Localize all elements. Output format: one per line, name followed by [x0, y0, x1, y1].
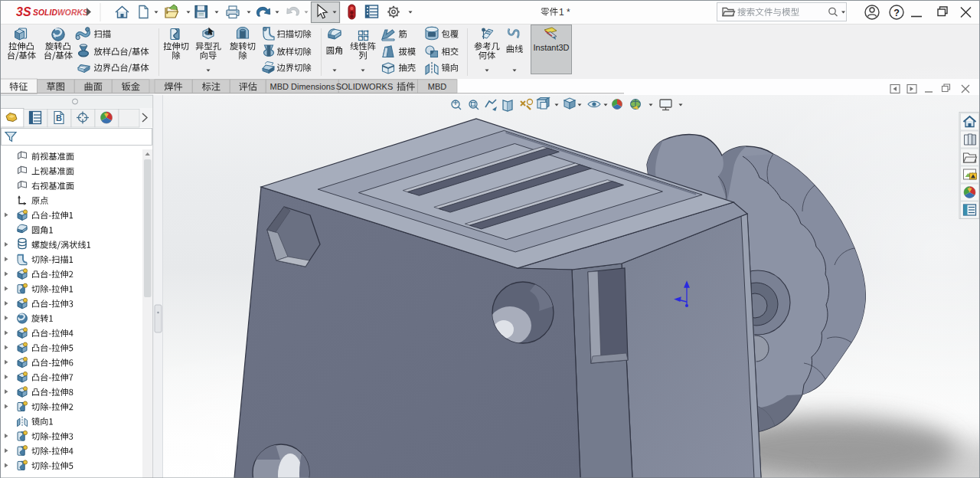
- svg-text:MBD Dimensions: MBD Dimensions: [270, 82, 335, 91]
- svg-text:SOLIDWORKS: SOLIDWORKS: [33, 8, 88, 17]
- svg-text:SOLIDWORKS: SOLIDWORKS: [336, 82, 394, 91]
- svg-text:Instant3D: Instant3D: [533, 43, 569, 52]
- svg-text:1 *: 1 *: [559, 7, 570, 18]
- svg-text:B: B: [56, 113, 62, 123]
- svg-text:MBD: MBD: [428, 82, 447, 91]
- svg-text:3S: 3S: [16, 5, 31, 18]
- svg-text:?: ?: [893, 8, 900, 18]
